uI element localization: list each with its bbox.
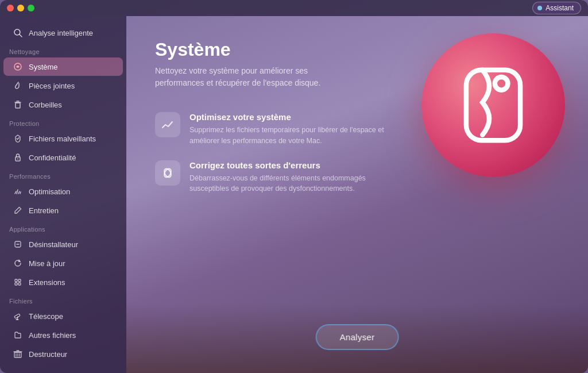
feature-fix-errors-title: Corrigez toutes sortes d'erreurs bbox=[189, 160, 396, 170]
main-content: Système Nettoyez votre système pour amél… bbox=[126, 16, 588, 373]
feature-fix-errors-text: Corrigez toutes sortes d'erreurs Débarra… bbox=[189, 160, 396, 195]
sidebar-item-label: Système bbox=[29, 63, 58, 71]
entretien-icon bbox=[13, 205, 23, 216]
confidentialite-icon bbox=[13, 152, 23, 163]
sidebar-item-label: Pièces jointes bbox=[29, 82, 75, 90]
pieces-icon bbox=[13, 80, 23, 91]
section-applications: Applications bbox=[0, 220, 126, 234]
svg-rect-14 bbox=[15, 279, 17, 282]
section-nettoyage: Nettoyage bbox=[0, 43, 126, 57]
sidebar-item-fichiers-malveillants[interactable]: Fichiers malveillants bbox=[3, 129, 123, 148]
sidebar-item-analyse[interactable]: Analyse intelligente bbox=[3, 24, 123, 42]
hero-sphere bbox=[421, 33, 565, 177]
sidebar-item-label: Analyse intelligente bbox=[29, 29, 93, 37]
extensions-icon bbox=[13, 277, 23, 287]
optimize-icon-box bbox=[155, 112, 180, 137]
svg-rect-16 bbox=[15, 283, 17, 285]
page-subtitle: Nettoyez votre système pour améliorer se… bbox=[155, 65, 356, 89]
sidebar-item-label: Autres fichiers bbox=[29, 331, 76, 340]
traffic-lights bbox=[7, 5, 34, 11]
sidebar-item-label: Extensions bbox=[29, 278, 65, 287]
svg-line-8 bbox=[15, 191, 16, 194]
svg-point-7 bbox=[17, 159, 18, 160]
titlebar: Assistant bbox=[0, 0, 588, 16]
hero-icon bbox=[421, 33, 565, 177]
maximize-button[interactable] bbox=[28, 5, 34, 11]
autres-fichiers-icon bbox=[13, 330, 23, 340]
desinstallateur-icon bbox=[13, 239, 23, 249]
minimize-button[interactable] bbox=[17, 5, 24, 11]
content-area: Analyse intelligente Nettoyage Système bbox=[0, 16, 588, 373]
sidebar-item-label: Désinstallateur bbox=[29, 240, 78, 249]
feature-optimize-title: Optimisez votre système bbox=[189, 112, 396, 122]
sidebar: Analyse intelligente Nettoyage Système bbox=[0, 16, 126, 373]
sidebar-item-autres-fichiers[interactable]: Autres fichiers bbox=[3, 326, 123, 344]
sidebar-item-destructeur[interactable]: Destructeur bbox=[3, 345, 123, 363]
feature-optimize-text: Optimisez votre système Supprimez les fi… bbox=[189, 112, 396, 147]
telescope-icon bbox=[13, 311, 23, 321]
svg-line-9 bbox=[17, 190, 18, 194]
app-window: Assistant Analyse intelligente Nettoyage bbox=[0, 0, 588, 373]
sidebar-item-label: Destructeur bbox=[29, 350, 67, 359]
sidebar-item-label: Fichiers malveillants bbox=[29, 134, 96, 143]
svg-rect-3 bbox=[16, 103, 20, 108]
sidebar-item-telescope[interactable]: Télescope bbox=[3, 307, 123, 325]
sidebar-item-entretien[interactable]: Entretien bbox=[3, 201, 123, 220]
sidebar-item-mise-a-jour[interactable]: Mise à jour bbox=[3, 254, 123, 272]
sidebar-item-label: Corbeilles bbox=[29, 101, 62, 109]
close-button[interactable] bbox=[7, 5, 14, 11]
assistant-dot bbox=[537, 6, 542, 10]
optimisation-icon bbox=[13, 186, 23, 197]
sidebar-item-systeme[interactable]: Système bbox=[3, 57, 123, 76]
sidebar-item-pieces-jointes[interactable]: Pièces jointes bbox=[3, 76, 123, 95]
section-performances: Performances bbox=[0, 167, 126, 182]
svg-rect-17 bbox=[18, 283, 21, 285]
sidebar-item-label: Mise à jour bbox=[29, 259, 65, 268]
feature-optimize-desc: Supprimez les fichiers temporaires pour … bbox=[189, 125, 396, 147]
section-fichiers: Fichiers bbox=[0, 292, 126, 306]
section-protection: Protection bbox=[0, 114, 126, 129]
sidebar-item-extensions[interactable]: Extensions bbox=[3, 273, 123, 291]
sidebar-item-label: Optimisation bbox=[29, 187, 70, 196]
sidebar-item-label: Entretien bbox=[29, 206, 59, 215]
sidebar-item-label: Télescope bbox=[29, 312, 63, 321]
sidebar-item-optimisation[interactable]: Optimisation bbox=[3, 182, 123, 201]
svg-line-1 bbox=[20, 34, 22, 37]
hero-clip-svg bbox=[450, 59, 536, 151]
analyse-icon bbox=[13, 28, 23, 38]
svg-rect-15 bbox=[18, 279, 21, 282]
malveillants-icon bbox=[13, 133, 23, 144]
assistant-button[interactable]: Assistant bbox=[532, 2, 581, 14]
sidebar-item-confidentialite[interactable]: Confidentialité bbox=[3, 148, 123, 167]
systeme-icon bbox=[13, 61, 23, 72]
svg-point-31 bbox=[495, 77, 508, 90]
mise-a-jour-icon bbox=[13, 258, 23, 268]
svg-line-11 bbox=[20, 192, 21, 194]
corbeilles-icon bbox=[13, 99, 23, 110]
destructeur-icon bbox=[13, 349, 23, 359]
sidebar-item-corbeilles[interactable]: Corbeilles bbox=[3, 95, 123, 114]
sidebar-item-label: Confidentialité bbox=[29, 153, 76, 162]
assistant-label: Assistant bbox=[546, 4, 574, 12]
svg-line-10 bbox=[18, 191, 20, 194]
sidebar-item-desinstallateur[interactable]: Désinstallateur bbox=[3, 235, 123, 253]
analyze-button[interactable]: Analyser bbox=[316, 324, 399, 350]
feature-fix-errors-desc: Débarrassez-vous de différents éléments … bbox=[189, 173, 396, 195]
analyze-btn-container: Analyser bbox=[316, 324, 399, 350]
fix-errors-icon-box bbox=[155, 160, 180, 186]
